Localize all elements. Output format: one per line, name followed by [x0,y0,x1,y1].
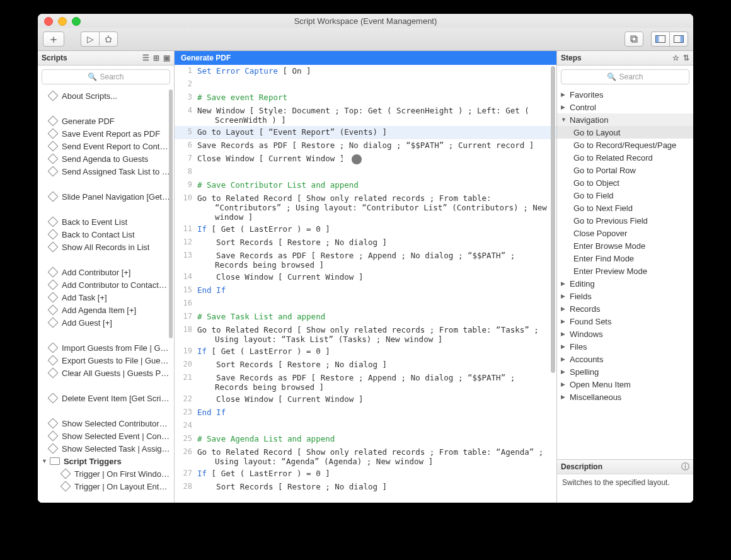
steps-search[interactable]: 🔍 Search [561,69,689,84]
script-item[interactable]: Trigger | On First Window… [38,467,174,480]
step-item[interactable]: Go to Record/Request/Page [557,139,693,151]
steps-list[interactable]: ▶Favorites▶Control▼NavigationGo to Layou… [557,88,693,459]
script-item[interactable]: Send Agenda to Guests [38,152,174,165]
editor-line[interactable]: 21 Save Records as PDF [ Restore ; Appen… [175,372,556,393]
editor-line[interactable]: 15End If [175,284,556,297]
list-view-icon[interactable]: ☰ [142,54,149,62]
minimize-icon[interactable] [58,17,67,26]
step-item[interactable]: Go to Previous Field [557,214,693,227]
step-category[interactable]: ▶Fields [557,290,693,302]
step-item[interactable]: Go to Layout [557,126,693,139]
step-category[interactable]: ▶Records [557,302,693,315]
editor-line[interactable]: 25# Save Agenda List and append [175,433,556,446]
script-item[interactable]: Back to Contact List [38,228,174,241]
editor-tab[interactable]: Generate PDF [175,51,556,65]
editor-line[interactable]: 11If [ Get ( LastError ) = 0 ] [175,223,556,236]
favorite-icon[interactable]: ☆ [672,54,679,62]
script-item[interactable]: Add Task [+] [38,291,174,304]
editor-line[interactable]: 4New Window [ Style: Document ; Top: Get… [175,105,556,126]
step-category[interactable]: ▼Navigation [557,113,693,126]
editor-line[interactable]: 9# Save Contributor List and append [175,179,556,192]
step-category[interactable]: ▶Spelling [557,365,693,378]
script-item[interactable]: Generate PDF [38,115,174,127]
debug-button[interactable] [99,31,118,47]
step-category[interactable]: ▶Windows [557,328,693,340]
editor-line[interactable]: 24 [175,420,556,433]
script-item[interactable]: Send Assigned Task List to C… [38,165,174,178]
script-editor[interactable]: 1Set Error Capture [ On ]2 3# Save event… [175,65,556,503]
step-item[interactable]: Go to Next Field [557,202,693,214]
editor-line[interactable]: 28 Sort Records [ Restore ; No dialog ] [175,481,556,494]
editor-line[interactable]: 3# Save event Report [175,91,556,105]
folder-item[interactable]: ▼Script Triggers [38,455,174,467]
editor-line[interactable]: 14 Close Window [ Current Window ] [175,271,556,284]
toggle-right-pane-button[interactable] [669,31,688,47]
script-item[interactable]: Add Guest [+] [38,316,174,329]
step-category[interactable]: ▶Favorites [557,88,693,101]
step-category[interactable]: ▶Found Sets [557,315,693,328]
scrollbar[interactable] [169,89,173,338]
step-category[interactable]: ▶Miscellaneous [557,391,693,403]
editor-line[interactable]: 22 Close Window [ Current Window ] [175,393,556,406]
step-item[interactable]: Close Popover [557,227,693,239]
editor-line[interactable]: 18Go to Related Record [ Show only relat… [175,324,556,345]
script-item[interactable]: Delete Event Item [Get Script… [38,392,174,404]
script-item[interactable]: Back to Event List [38,215,174,228]
script-item[interactable]: Show Selected Event | Contri… [38,430,174,442]
scrollbar[interactable] [551,66,555,373]
script-item[interactable]: Save Event Report as PDF [38,127,174,140]
step-item[interactable]: Go to Related Record [557,151,693,164]
editor-line[interactable]: 2 [175,78,556,91]
run-button[interactable]: ▷ [81,31,99,47]
script-item[interactable]: Add Contributor to Contacts [+] [38,278,174,291]
editor-line[interactable]: 16 [175,297,556,311]
editor-line[interactable]: 26Go to Related Record [ Show only relat… [175,446,556,467]
step-category[interactable]: ▶Control [557,101,693,113]
scripts-list[interactable]: About Scripts...Generate PDFSave Event R… [38,88,174,503]
script-item[interactable]: Add Contributor [+] [38,266,174,278]
zoom-icon[interactable] [72,17,81,26]
script-item[interactable]: About Scripts... [38,89,174,102]
sort-icon[interactable]: ⇅ [683,54,689,62]
script-item[interactable]: Export Guests to File | Guest… [38,354,174,367]
editor-line[interactable]: 20 Sort Records [ Restore ; No dialog ] [175,358,556,372]
step-category[interactable]: ▶Files [557,340,693,353]
editor-line[interactable]: 10Go to Related Record [ Show only relat… [175,192,556,223]
script-item[interactable]: Clear All Guests | Guests Portal [38,367,174,379]
step-item[interactable]: Enter Find Mode [557,252,693,265]
editor-line[interactable]: 13 Save Records as PDF [ Restore ; Appen… [175,249,556,271]
script-item[interactable]: Show Selected Contributors |… [38,417,174,430]
duplicate-button[interactable] [625,31,643,47]
editor-line[interactable]: 12 Sort Records [ Restore ; No dialog ] [175,236,556,249]
script-item[interactable]: Show Selected Task | Assign… [38,442,174,455]
script-item[interactable]: Show All Records in List [38,241,174,253]
toggle-left-pane-button[interactable] [651,31,669,47]
editor-line[interactable]: 7Close Window [ Current Window ] ✱ [175,152,556,166]
script-item[interactable]: Trigger | On Layout Enter [… [38,480,174,493]
editor-line[interactable]: 23End If [175,406,556,420]
editor-line[interactable]: 6Save Records as PDF [ Restore ; No dial… [175,139,556,152]
editor-line[interactable]: 19If [ Get ( LastError ) = 0 ] [175,345,556,358]
script-item[interactable]: Slide Panel Navigation [Get S… [38,190,174,203]
new-script-button[interactable]: ＋ [43,31,64,47]
editor-line[interactable]: 8 [175,166,556,179]
step-item[interactable]: Go to Object [557,176,693,189]
new-folder-icon[interactable]: ⊞ [153,54,159,62]
step-item[interactable]: Enter Preview Mode [557,265,693,277]
editor-line[interactable]: 27If [ Get ( LastError ) = 0 ] [175,467,556,481]
script-item[interactable]: Send Event Report to Contrib… [38,140,174,152]
script-item[interactable]: Add Agenda Item [+] [38,304,174,316]
editor-line[interactable]: 5Go to Layout [ “Event Report” (Events) … [175,126,556,139]
editor-line[interactable]: 1Set Error Capture [ On ] [175,65,556,78]
step-item[interactable]: Go to Field [557,189,693,202]
editor-line[interactable]: 17# Save Task List and append [175,311,556,324]
new-item-icon[interactable]: ▣ [163,54,170,62]
help-icon[interactable]: ⓘ [681,461,689,472]
step-category[interactable]: ▶Accounts [557,353,693,365]
step-item[interactable]: Go to Portal Row [557,164,693,176]
script-item[interactable]: Import Guests from File | Gue… [38,341,174,354]
close-icon[interactable] [44,17,53,26]
step-item[interactable]: Enter Browse Mode [557,239,693,252]
step-category[interactable]: ▶Open Menu Item [557,378,693,391]
scripts-search[interactable]: 🔍 Search [42,69,170,84]
